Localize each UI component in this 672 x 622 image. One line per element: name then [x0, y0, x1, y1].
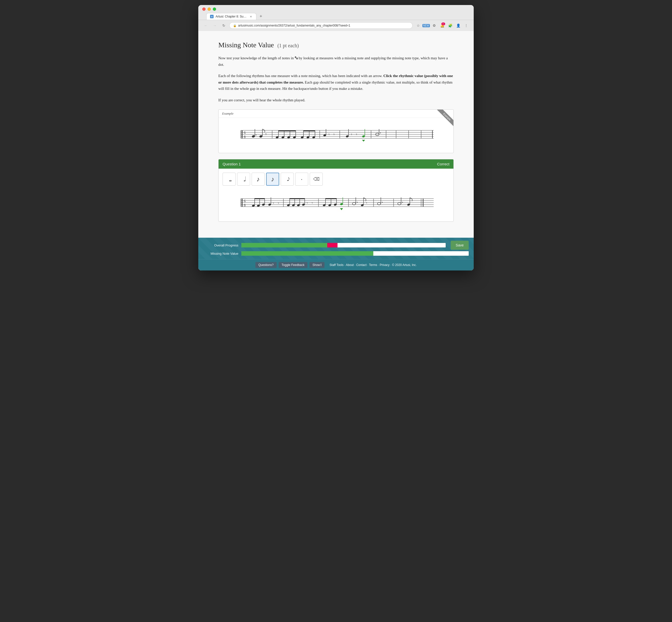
menu-button[interactable]: ⋮	[463, 22, 470, 29]
svg-text:•: •	[402, 201, 403, 204]
new-tab-button[interactable]: +	[257, 13, 264, 20]
notification-badge: 41	[441, 23, 445, 25]
toggle-feedback-button[interactable]: Toggle Feedback	[279, 262, 308, 268]
svg-text:6: 6	[244, 199, 246, 203]
privacy-link[interactable]: Privacy	[380, 263, 390, 267]
page-title: Missing Note Value (1 pt each)	[218, 41, 454, 49]
tab-bar: a Artusi: Chapter 8: Subdivision… ✕ +	[206, 13, 470, 20]
tab-title: Artusi: Chapter 8: Subdivision…	[216, 15, 247, 18]
svg-rect-93	[325, 198, 337, 199]
extensions-button[interactable]: 🧩	[447, 22, 454, 29]
show-button[interactable]: Show 𝄃	[310, 262, 324, 268]
example-content: 6 8 • 𝄾	[219, 118, 453, 153]
backspace-button[interactable]: ⌫	[310, 173, 323, 186]
browser-toolbar-icons: ☆ NEW ⚙ 🔔 41 🧩 👤 ⋮	[415, 22, 470, 29]
copyright-text: © 2020 Artusi, Inc.	[392, 263, 417, 267]
save-button[interactable]: Save	[451, 241, 469, 250]
missing-note-progress-track	[242, 251, 469, 256]
svg-point-12	[259, 135, 263, 138]
question-box: Question 1 Correct 𝅝 𝅗𝅥 ♪ ♪ 𝅘𝅥𝅮 · ⌫	[218, 159, 454, 222]
back-button[interactable]: ←	[202, 22, 209, 29]
overall-progress-green	[242, 243, 327, 247]
overall-progress-remaining	[338, 243, 446, 247]
missing-note-progress-row: Missing Note Value	[203, 251, 469, 256]
tab-favicon: a	[210, 15, 214, 18]
new-badge: NEW	[422, 24, 429, 27]
overall-progress-red	[327, 243, 338, 247]
tab-close-button[interactable]: ✕	[249, 15, 253, 18]
terms-link[interactable]: Terms	[369, 263, 377, 267]
svg-text:6: 6	[244, 131, 246, 135]
svg-rect-31	[303, 130, 315, 131]
example-box: Example 6 8	[218, 109, 454, 153]
note-buttons-row: 𝅝 𝅗𝅥 ♪ ♪ 𝅘𝅥𝅮 · ⌫	[219, 169, 453, 188]
maximize-button[interactable]	[213, 7, 216, 11]
sixteenth-note-button[interactable]: 𝅘𝅥𝅮	[281, 173, 294, 186]
svg-rect-83	[290, 198, 305, 199]
staff-tools-link[interactable]: Staff Tools	[329, 263, 344, 267]
example-staff-svg: 6 8 • 𝄾	[225, 123, 447, 145]
question-label: Question 1	[223, 162, 241, 166]
overall-progress-row: Overall Progress Save	[203, 241, 469, 250]
svg-point-9	[252, 135, 255, 138]
notification-button[interactable]: 🔔 41	[439, 22, 446, 29]
svg-text:8: 8	[244, 135, 246, 139]
missing-note-progress-label: Missing Note Value	[203, 252, 238, 255]
question-status: Correct	[437, 162, 449, 166]
settings-button[interactable]: ⚙	[430, 22, 438, 29]
half-note-button[interactable]: 𝅗𝅥	[237, 173, 250, 186]
svg-text:•: •	[357, 201, 358, 204]
svg-marker-44	[362, 140, 365, 142]
progress-bar-section: Overall Progress Save Missing Note Value	[198, 238, 474, 259]
contact-link[interactable]: Contact	[356, 263, 366, 267]
footer: Questions? Toggle Feedback Show 𝄃 Staff …	[198, 259, 474, 271]
instructions-paragraph-3: If you are correct, you will hear the wh…	[218, 97, 454, 104]
svg-text:8: 8	[244, 203, 246, 207]
forward-button[interactable]: →	[211, 22, 218, 29]
browser-controls	[202, 7, 470, 11]
browser-window: a Artusi: Chapter 8: Subdivision… ✕ + ← …	[198, 5, 474, 271]
svg-text:𝄾: 𝄾	[312, 202, 313, 204]
svg-text:•: •	[382, 201, 383, 204]
profile-button[interactable]: 👤	[455, 22, 462, 29]
new-badge-button[interactable]: NEW	[423, 22, 429, 29]
overall-progress-label: Overall Progress	[203, 243, 238, 247]
address-text: artusimusic.com/assignments/26372/artusi…	[238, 24, 409, 27]
instructions-paragraph-1: Now test your knowledge of the length of…	[218, 55, 454, 68]
about-link[interactable]: About	[346, 263, 354, 267]
svg-text:•: •	[380, 132, 381, 134]
svg-text:𝄾: 𝄾	[307, 202, 308, 204]
page-content: Missing Note Value (1 pt each) Now test …	[198, 31, 474, 238]
question-staff-svg: 6 8 𝄾 𝄾	[223, 191, 449, 214]
footer-links: Staff Tools · About · Contact · Terms · …	[329, 263, 417, 267]
dot-button[interactable]: ·	[295, 173, 308, 186]
refresh-button[interactable]: ↻	[220, 22, 227, 29]
svg-rect-69	[255, 198, 265, 199]
points-label: (1 pt each)	[278, 43, 299, 48]
question-staff-area: 6 8 𝄾 𝄾	[219, 188, 453, 221]
instructions-paragraph-2: Each of the following rhythms has one me…	[218, 73, 454, 92]
bookmark-button[interactable]: ☆	[415, 22, 422, 29]
question-header: Question 1 Correct	[219, 160, 453, 169]
missing-note-progress-remaining	[373, 251, 469, 256]
overall-progress-track	[242, 243, 446, 247]
example-corner-ribbon	[434, 110, 453, 130]
whole-note-button[interactable]: 𝅝	[223, 173, 235, 186]
close-button[interactable]	[202, 7, 205, 11]
browser-addressbar: ← → ↻ 🔒 artusimusic.com/assignments/2637…	[198, 20, 474, 31]
example-label: Example	[219, 110, 453, 118]
address-bar[interactable]: 🔒 artusimusic.com/assignments/26372/artu…	[229, 22, 413, 29]
eighth-note-button[interactable]: ♪	[266, 173, 279, 186]
minimize-button[interactable]	[207, 7, 211, 11]
svg-text:•: •	[256, 134, 257, 136]
missing-note-progress-green	[242, 251, 373, 256]
active-tab[interactable]: a Artusi: Chapter 8: Subdivision… ✕	[206, 13, 256, 20]
questions-button[interactable]: Questions?	[255, 262, 277, 268]
quarter-note-button[interactable]: ♪	[252, 173, 265, 186]
lock-icon: 🔒	[233, 24, 236, 27]
browser-titlebar: a Artusi: Chapter 8: Subdivision… ✕ +	[198, 5, 474, 20]
svg-marker-96	[340, 208, 343, 210]
svg-text:𝄾: 𝄾	[366, 202, 367, 204]
svg-rect-24	[279, 130, 296, 131]
